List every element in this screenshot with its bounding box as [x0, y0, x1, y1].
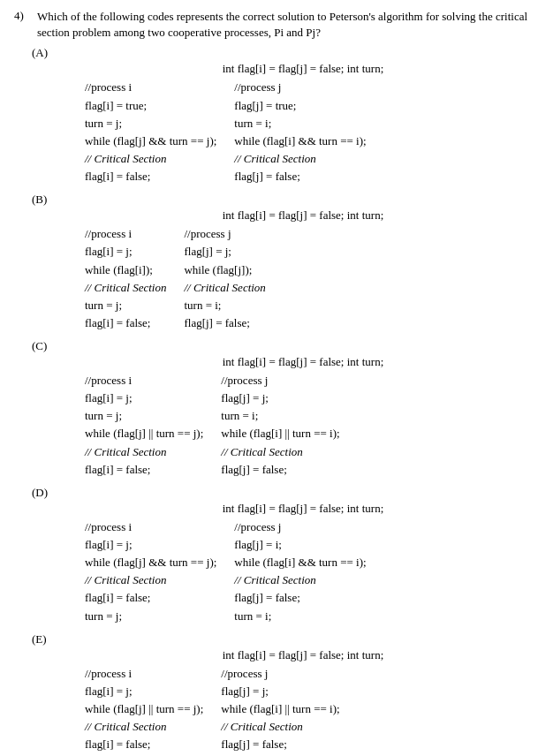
process-header: //process i [85, 665, 203, 683]
code-line: flag[j] = false; [234, 589, 366, 607]
code-line: flag[i] = j; [85, 389, 203, 407]
code-line: turn = i; [221, 407, 339, 425]
option-block-c: (C)int flag[i] = flag[j] = false; int tu… [32, 339, 539, 479]
left-col: //process iflag[i] = j;turn = j;while (f… [85, 372, 203, 479]
code-line: while (flag[i] || turn == i); [221, 425, 339, 442]
code-line: flag[i] = false; [85, 736, 203, 753]
code-line: turn = i; [234, 115, 366, 132]
right-col: //process jflag[j] = true;turn = i;while… [234, 79, 366, 185]
critical-section-line: // Critical Section [221, 718, 339, 736]
code-line: turn = i; [234, 608, 366, 625]
code-line: while (flag[i] && turn == i); [234, 132, 366, 150]
code-columns: //process iflag[i] = j;while (flag[j] &&… [85, 518, 539, 625]
code-line: flag[j] = false; [184, 314, 265, 332]
code-line: while (flag[i]); [85, 261, 166, 279]
right-col: //process jflag[j] = j;while (flag[j]);/… [184, 225, 265, 332]
code-columns: //process iflag[i] = true;turn = j;while… [85, 79, 539, 185]
option-label: (A) [32, 46, 539, 60]
init-line: int flag[i] = flag[j] = false; int turn; [67, 502, 539, 516]
option-label: (B) [32, 193, 539, 207]
init-line: int flag[i] = flag[j] = false; int turn; [67, 208, 539, 223]
init-line: int flag[i] = flag[j] = false; int turn; [67, 355, 539, 369]
right-col: //process jflag[j] = i;while (flag[i] &&… [234, 518, 366, 625]
code-line: turn = j; [85, 407, 203, 425]
options-container: (A)int flag[i] = flag[j] = false; int tu… [14, 46, 539, 756]
right-col: //process jflag[j] = j;turn = i;while (f… [221, 372, 339, 479]
critical-section-line: // Critical Section [221, 443, 339, 461]
process-header: //process i [85, 518, 216, 536]
code-line: turn = i; [184, 297, 265, 314]
init-line: int flag[i] = flag[j] = false; int turn; [67, 62, 539, 76]
code-line: flag[i] = true; [85, 97, 216, 115]
option-label: (E) [32, 632, 539, 646]
question-header: 4) Which of the following codes represen… [14, 9, 539, 41]
process-header: //process i [85, 79, 216, 96]
code-line: while (flag[i] || turn == i); [221, 700, 339, 718]
code-line: flag[i] = false; [85, 461, 203, 479]
option-block-d: (D)int flag[i] = flag[j] = false; int tu… [32, 486, 539, 625]
code-line: flag[j] = j; [221, 389, 339, 407]
process-header: //process i [85, 225, 166, 243]
critical-section-line: // Critical Section [234, 150, 366, 168]
code-line: while (flag[j]); [184, 261, 265, 279]
code-line: flag[i] = false; [85, 589, 216, 607]
code-line: flag[j] = j; [184, 243, 265, 261]
question-text: Which of the following codes represents … [37, 9, 539, 41]
code-line: flag[i] = false; [85, 314, 166, 332]
left-col: //process iflag[i] = j;while (flag[i]);/… [85, 225, 166, 332]
process-header: //process j [234, 518, 366, 536]
critical-section-line: // Critical Section [184, 279, 265, 297]
process-header: //process j [221, 372, 339, 389]
code-line: turn = j; [85, 115, 216, 132]
code-line: while (flag[j] && turn == j); [85, 554, 216, 571]
code-line: flag[i] = j; [85, 536, 216, 554]
critical-section-line: // Critical Section [85, 571, 216, 589]
option-block-e: (E)int flag[i] = flag[j] = false; int tu… [32, 632, 539, 756]
code-line: flag[i] = false; [85, 168, 216, 185]
option-label: (C) [32, 339, 539, 353]
code-line: flag[j] = true; [234, 97, 366, 115]
code-line: flag[i] = j; [85, 683, 203, 700]
code-line: turn = j; [85, 608, 216, 625]
code-line: flag[j] = false; [221, 461, 339, 479]
code-columns: //process iflag[i] = j;turn = j;while (f… [85, 372, 539, 479]
process-header: //process j [234, 79, 366, 96]
process-header: //process i [85, 372, 203, 389]
code-line: flag[j] = false; [234, 168, 366, 185]
critical-section-line: // Critical Section [234, 571, 366, 589]
process-header: //process j [221, 665, 339, 683]
critical-section-line: // Critical Section [85, 279, 166, 297]
right-col: //process jflag[j] = j;while (flag[i] ||… [221, 665, 339, 756]
option-label: (D) [32, 486, 539, 500]
left-col: //process iflag[i] = true;turn = j;while… [85, 79, 216, 185]
critical-section-line: // Critical Section [85, 718, 203, 736]
critical-section-line: // Critical Section [85, 150, 216, 168]
code-columns: //process iflag[i] = j;while (flag[j] ||… [85, 665, 539, 756]
left-col: //process iflag[i] = j;while (flag[j] ||… [85, 665, 203, 756]
option-block-a: (A)int flag[i] = flag[j] = false; int tu… [32, 46, 539, 185]
option-block-b: (B)int flag[i] = flag[j] = false; int tu… [32, 193, 539, 332]
critical-section-line: // Critical Section [85, 443, 203, 461]
code-columns: //process iflag[i] = j;while (flag[i]);/… [85, 225, 539, 332]
left-col: //process iflag[i] = j;while (flag[j] &&… [85, 518, 216, 625]
code-line: while (flag[j] && turn == j); [85, 132, 216, 150]
init-line: int flag[i] = flag[j] = false; int turn; [67, 648, 539, 662]
code-line: while (flag[j] || turn == j); [85, 700, 203, 718]
code-line: flag[i] = j; [85, 243, 166, 261]
code-line: flag[j] = i; [234, 536, 366, 554]
code-line: while (flag[i] && turn == i); [234, 554, 366, 571]
code-line: while (flag[j] || turn == j); [85, 425, 203, 442]
code-line: turn = j; [85, 297, 166, 314]
code-line: flag[j] = false; [221, 736, 339, 753]
process-header: //process j [184, 225, 265, 243]
code-line: flag[j] = j; [221, 683, 339, 700]
question-number: 4) [14, 9, 32, 41]
